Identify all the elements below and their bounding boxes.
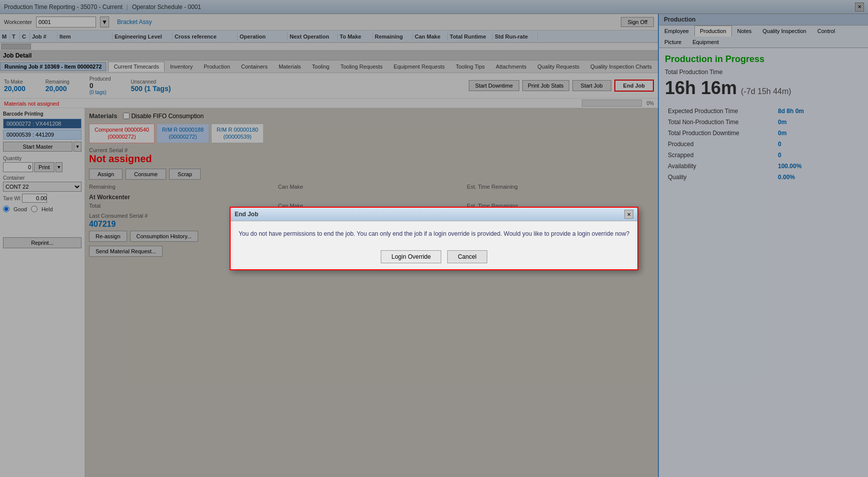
modal-close-button[interactable]: ✕ xyxy=(624,210,633,219)
modal-buttons: Login Override Cancel xyxy=(231,246,637,269)
modal-title: End Job xyxy=(235,211,258,218)
modal-cancel-button[interactable]: Cancel xyxy=(447,250,487,263)
modal-overlay: End Job ✕ You do not have permissions to… xyxy=(0,0,868,477)
modal-message: You do not have permissions to end the j… xyxy=(239,229,629,238)
modal-header: End Job ✕ xyxy=(231,208,637,221)
modal-body: You do not have permissions to end the j… xyxy=(231,221,637,246)
login-override-button[interactable]: Login Override xyxy=(381,250,441,263)
end-job-modal: End Job ✕ You do not have permissions to… xyxy=(230,207,638,270)
